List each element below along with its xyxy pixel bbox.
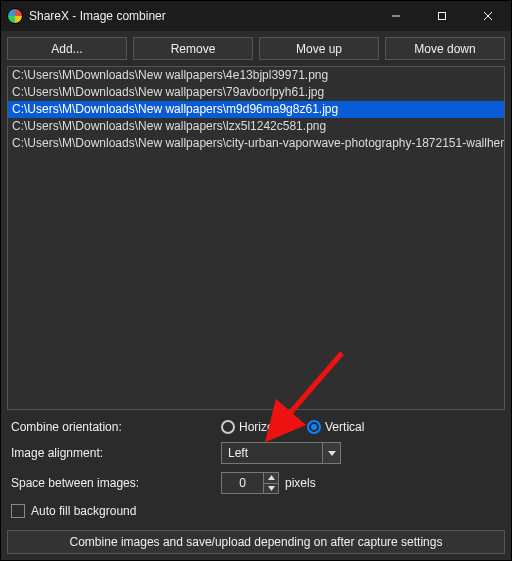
move-down-button[interactable]: Move down <box>385 37 505 60</box>
svg-marker-6 <box>268 486 275 491</box>
titlebar: ShareX - Image combiner <box>1 1 511 31</box>
app-icon <box>7 8 23 24</box>
space-spinner[interactable]: 0 <box>221 472 279 494</box>
window: ShareX - Image combiner Add... Remove Mo… <box>0 0 512 561</box>
space-value: 0 <box>222 473 263 493</box>
radio-icon <box>307 420 321 434</box>
add-button[interactable]: Add... <box>7 37 127 60</box>
svg-marker-4 <box>328 451 336 456</box>
autofill-label: Auto fill background <box>31 504 136 518</box>
remove-button[interactable]: Remove <box>133 37 253 60</box>
radio-icon <box>221 420 235 434</box>
file-row[interactable]: C:\Users\M\Downloads\New wallpapers\city… <box>8 135 504 152</box>
orientation-vertical-option[interactable]: Vertical <box>307 420 364 434</box>
move-up-button[interactable]: Move up <box>259 37 379 60</box>
file-row[interactable]: C:\Users\M\Downloads\New wallpapers\m9d9… <box>8 101 504 118</box>
svg-marker-5 <box>268 475 275 480</box>
alignment-value: Left <box>222 443 322 463</box>
orientation-horizontal-option[interactable]: Horizontal <box>221 420 293 434</box>
file-list[interactable]: C:\Users\M\Downloads\New wallpapers\4e13… <box>7 66 505 410</box>
radio-label: Horizontal <box>239 420 293 434</box>
toolbar: Add... Remove Move up Move down <box>1 31 511 66</box>
space-label: Space between images: <box>11 476 221 490</box>
window-title: ShareX - Image combiner <box>29 9 166 23</box>
space-unit: pixels <box>285 476 316 490</box>
file-row[interactable]: C:\Users\M\Downloads\New wallpapers\79av… <box>8 84 504 101</box>
svg-rect-1 <box>439 13 446 20</box>
settings-panel: Combine orientation: Horizontal Vertical… <box>1 416 511 526</box>
close-button[interactable] <box>465 1 511 31</box>
combine-button[interactable]: Combine images and save/upload depending… <box>7 530 505 554</box>
radio-label: Vertical <box>325 420 364 434</box>
file-row[interactable]: C:\Users\M\Downloads\New wallpapers\lzx5… <box>8 118 504 135</box>
chevron-down-icon <box>322 443 340 463</box>
spinner-up-button[interactable] <box>264 473 278 483</box>
spinner-down-button[interactable] <box>264 483 278 494</box>
orientation-radios: Horizontal Vertical <box>221 420 501 434</box>
autofill-checkbox[interactable] <box>11 504 25 518</box>
alignment-label: Image alignment: <box>11 446 221 460</box>
orientation-label: Combine orientation: <box>11 420 221 434</box>
autofill-row[interactable]: Auto fill background <box>11 504 501 518</box>
spinner-buttons <box>263 473 278 493</box>
minimize-button[interactable] <box>373 1 419 31</box>
alignment-dropdown[interactable]: Left <box>221 442 341 464</box>
file-row[interactable]: C:\Users\M\Downloads\New wallpapers\4e13… <box>8 67 504 84</box>
maximize-button[interactable] <box>419 1 465 31</box>
